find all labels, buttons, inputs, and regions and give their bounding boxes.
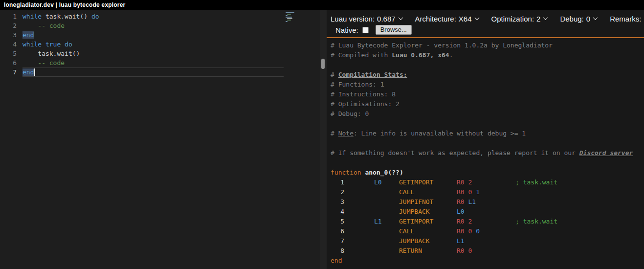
bytecode-row: 7JUMPBACKL1 [331,236,644,246]
editor-line: 2 -- code [0,21,286,30]
options-toolbar: Luau version: 0.687 Architecture: X64 Op… [327,10,644,23]
bytecode-row: 8RETURNR0 0 [331,246,644,256]
output-text: Note [338,130,354,137]
label-operand: 1 [476,188,480,196]
code-token [88,13,91,20]
label-operand: L1 [457,237,465,245]
editor-line: 7end [0,67,286,77]
discord-link[interactable]: Discord server [579,149,633,157]
output-line: # Compiled with Luau 0.687, x64. [331,50,644,60]
chevron-down-icon [543,15,548,20]
minimap-line [286,12,294,13]
minimap[interactable] [286,10,297,269]
opcode: GETIMPORT [399,217,457,226]
opcode: CALL [399,187,457,197]
code-line[interactable]: while true do [22,40,284,49]
output-text: function [331,169,361,176]
bytecode-row: 6CALLR0 0 0 [331,226,644,236]
remarks-control: Remarks: [610,15,644,23]
code-line[interactable]: -- code [22,58,284,67]
register-operand: R0 2 [457,179,472,186]
opcode: JUMPBACK [399,236,457,246]
luau-version-label: Luau version: [331,15,375,23]
optimization-dropdown[interactable]: Optimization: 2 [491,15,548,23]
pane-divider[interactable] [320,10,327,269]
output-line: # Debug: 0 [331,109,644,119]
register-operand: R0 0 [457,247,472,254]
line-number: 1 [0,12,22,21]
chevron-down-icon [398,15,403,20]
code-token: do [91,13,99,20]
code-line[interactable]: end [22,30,284,40]
code-line[interactable]: end [22,67,284,77]
output-line: # If something doesn't work as expected,… [331,148,644,158]
instruction-number: 8 [331,246,344,256]
label-operand: 0 [476,227,480,235]
operands: R0 2 [457,178,515,187]
output-blank-line [331,119,644,129]
code-token: end [22,68,34,76]
line-number: 4 [0,40,22,49]
chevron-down-icon [474,15,479,20]
register-operand: R0 0 [457,227,476,235]
editor-lines[interactable]: 1while task.wait() do2 -- code3end4while… [0,10,286,269]
code-token: task.wait() [45,13,88,20]
bytecode-comment: ; task.wait [515,179,557,186]
code-line[interactable]: task.wait() [22,49,284,58]
instruction-number: 5 [331,217,344,226]
register-operand: R0 [457,198,468,205]
editor-line: 5 task.wait() [0,49,286,58]
opcode: JUMPIFNOT [399,197,457,207]
text-cursor [34,68,35,76]
bytecode-comment: ; task.wait [515,218,557,225]
operands: L1 [457,236,515,246]
output-line: end [331,256,644,266]
output-text: # Debug: 0 [331,110,369,117]
editor-line: 3end [0,30,286,40]
browse-button[interactable]: Browse... [376,25,412,35]
instruction-number: 6 [331,226,344,236]
bytecode-row: 5L1GETIMPORTR0 2; task.wait [331,217,644,226]
code-line[interactable]: -- code [22,21,284,30]
minimap-line [286,21,288,22]
output-text: Luau 0.687, x64 [392,51,449,59]
code-token [22,22,38,29]
output-text: Compilation Stats: [338,71,407,78]
opcode: CALL [399,226,457,236]
editor-line: 4while true do [0,40,286,49]
operands: R0 0 1 [457,187,515,197]
debug-value: 0 [586,15,590,23]
optimization-label: Optimization: [491,15,534,23]
code-token: task.wait() [38,50,80,57]
native-checkbox[interactable] [362,27,369,33]
code-line[interactable]: while task.wait() do [22,12,284,21]
code-token [22,59,38,67]
output-text: # Compiled with [331,51,392,59]
luau-version-dropdown[interactable]: Luau version: 0.687 [331,15,402,23]
minimap-line [287,20,291,21]
native-label: Native: [335,26,358,34]
output-blank-line [331,138,644,148]
instruction-number: 3 [331,197,344,207]
architecture-dropdown[interactable]: Architecture: X64 [415,15,479,23]
label-operand: L0 [457,208,465,215]
code-token: while [22,13,45,20]
instruction-number: 7 [331,236,344,246]
line-number: 2 [0,21,22,30]
code-editor[interactable]: 1while task.wait() do2 -- code3end4while… [0,10,327,269]
output-line: # Optimisations: 2 [331,99,644,109]
bytecode-row: 4JUMPBACKL0 [331,207,644,217]
remarks-label: Remarks: [610,15,641,23]
output-text: . [449,51,453,59]
output-line: # Compilation Stats: [331,70,644,80]
output-line: # Functions: 1 [331,80,644,90]
editor-line: 6 -- code [0,58,286,67]
divider-handle[interactable] [321,59,325,69]
debug-dropdown[interactable]: Debug: 0 [560,15,597,23]
minimap-line [287,14,291,15]
operands: R0 L1 [457,197,515,207]
page-title: lonegladiator.dev | luau bytecode explor… [4,1,126,8]
output-text: # [331,130,338,137]
minimap-line [286,15,288,16]
operands: R0 0 [457,246,515,256]
